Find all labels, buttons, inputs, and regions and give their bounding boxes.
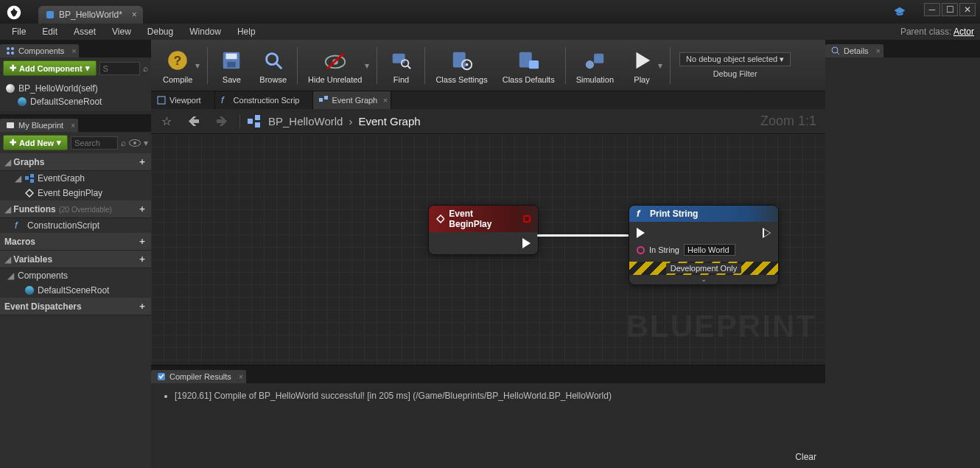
exec-output-pin[interactable] (522, 238, 531, 248)
debug-filter-label: Debug Filter (713, 69, 757, 78)
functions-section-header[interactable]: ◢ Functions(20 Overridable) ＋ (0, 200, 151, 218)
save-button[interactable]: Save (211, 44, 252, 87)
parent-class-link[interactable]: Actor (953, 27, 974, 37)
blueprint-icon (46, 10, 55, 19)
add-variable-button[interactable]: ＋ (138, 253, 147, 265)
details-panel-tab[interactable]: Details × (825, 44, 883, 57)
myblueprint-search-input[interactable] (71, 136, 118, 150)
view-options-icon[interactable] (129, 139, 141, 147)
zoom-level: Zoom 1:1 (760, 113, 816, 129)
node-print-string[interactable]: f Print String In String (629, 205, 779, 285)
menu-file[interactable]: File (4, 25, 33, 38)
svg-point-28 (586, 60, 594, 69)
play-button[interactable]: Play (621, 44, 662, 87)
graphs-section-header[interactable]: ◢ Graphs ＋ (0, 153, 151, 171)
delegate-pin[interactable] (523, 215, 531, 223)
favorite-star-icon[interactable]: ☆ (157, 113, 176, 130)
menu-help[interactable]: Help (230, 25, 263, 38)
event-begin-play-item[interactable]: Event BeginPlay (0, 186, 151, 200)
menu-edit[interactable]: Edit (35, 25, 65, 38)
components-var-section[interactable]: ◢ Components (0, 268, 151, 283)
event-icon (436, 214, 444, 223)
close-tab-icon[interactable]: × (132, 10, 137, 20)
search-icon[interactable]: ⌕ (121, 138, 126, 148)
simulation-button[interactable]: Simulation (569, 44, 621, 87)
tab-construction-script[interactable]: f Construction Scrip (215, 91, 314, 109)
tab-viewport[interactable]: Viewport (151, 91, 215, 109)
add-graph-button[interactable]: ＋ (138, 156, 147, 168)
close-icon[interactable]: × (239, 373, 243, 381)
event-dispatchers-section-header[interactable]: Event Dispatchers ＋ (0, 298, 151, 315)
graph-icon (25, 174, 34, 183)
blueprint-watermark: BLUEPRINT (626, 309, 816, 344)
document-title: BP_HelloWorld* (59, 10, 122, 20)
component-child-item[interactable]: DefaultSceneRoot (6, 95, 145, 108)
components-panel-tab[interactable]: Components × (0, 44, 79, 57)
svg-rect-0 (46, 11, 54, 18)
class-settings-button[interactable]: Class Settings (428, 44, 494, 87)
breadcrumb: BP_HelloWorld › Event Graph (268, 115, 421, 128)
svg-rect-5 (7, 122, 14, 128)
scene-component-icon (25, 286, 34, 295)
class-defaults-button[interactable]: Class Defaults (495, 44, 562, 87)
construction-script-item[interactable]: f ConstructionScript (0, 218, 151, 233)
compile-button[interactable]: ? Compile (155, 44, 200, 87)
compiler-icon (157, 372, 166, 381)
debug-object-select[interactable]: No debug object selected ▾ (679, 52, 791, 66)
menu-window[interactable]: Window (182, 25, 228, 38)
svg-point-1 (7, 47, 10, 50)
find-button[interactable]: Find (380, 44, 421, 87)
compiler-message: [1920.61] Compile of BP_HelloWorld succe… (175, 391, 815, 401)
eventgraph-item[interactable]: ◢ EventGraph (0, 171, 151, 186)
maximize-button[interactable]: ☐ (942, 3, 958, 16)
variables-section-header[interactable]: ◢ Variables ＋ (0, 251, 151, 268)
svg-rect-8 (30, 179, 34, 183)
nav-forward-button[interactable]: 🡺 (211, 113, 232, 130)
svg-point-3 (7, 52, 10, 55)
add-macro-button[interactable]: ＋ (138, 235, 147, 248)
svg-rect-34 (248, 119, 253, 124)
function-icon: f (637, 209, 645, 218)
nav-back-button[interactable]: 🡸 (183, 113, 204, 130)
node-event-begin-play[interactable]: Event BeginPlay (428, 205, 539, 255)
svg-rect-35 (255, 115, 260, 120)
add-function-button[interactable]: ＋ (138, 203, 147, 215)
exec-input-pin[interactable] (637, 228, 735, 238)
close-icon[interactable]: × (383, 96, 388, 105)
document-tab[interactable]: BP_HelloWorld* × (38, 6, 143, 24)
add-dispatcher-button[interactable]: ＋ (138, 300, 147, 312)
macros-section-header[interactable]: Macros ＋ (0, 233, 151, 251)
search-icon[interactable]: ⌕ (143, 63, 148, 74)
breadcrumb-root[interactable]: BP_HelloWorld (268, 115, 343, 128)
components-search-input[interactable] (99, 62, 140, 75)
default-scene-root-var-item[interactable]: DefaultSceneRoot (0, 283, 151, 298)
menu-debug[interactable]: Debug (140, 25, 181, 38)
close-window-button[interactable]: ✕ (959, 3, 976, 16)
exec-wire (537, 234, 640, 237)
svg-line-22 (408, 66, 411, 69)
hide-unrelated-button[interactable]: Hide Unrelated (301, 44, 369, 87)
expand-node-button[interactable]: ⌄ (629, 275, 778, 284)
chevron-down-icon[interactable]: ▾ (144, 138, 148, 148)
details-panel-body (825, 57, 980, 66)
instring-data-pin[interactable] (637, 246, 645, 254)
in-string-input[interactable] (684, 244, 735, 256)
minimize-button[interactable]: ─ (924, 3, 940, 16)
compiler-results-panel-tab[interactable]: Compiler Results × (151, 370, 246, 383)
exec-output-pin[interactable] (763, 228, 771, 238)
close-icon[interactable]: × (876, 47, 881, 55)
graph-canvas[interactable]: Event BeginPlay f Print String (151, 134, 825, 365)
book-icon (6, 121, 15, 130)
add-new-button[interactable]: ✚ Add New ▾ (3, 135, 68, 150)
close-icon[interactable]: × (71, 122, 75, 130)
tab-event-graph[interactable]: Event Graph × (313, 91, 391, 109)
tutorial-icon[interactable] (893, 6, 906, 16)
add-component-button[interactable]: ✚ Add Component ▾ (3, 60, 97, 76)
menu-view[interactable]: View (105, 25, 139, 38)
close-icon[interactable]: × (72, 47, 77, 55)
component-root-item[interactable]: BP_HelloWorld(self) (6, 82, 145, 95)
browse-button[interactable]: Browse (252, 44, 294, 87)
my-blueprint-panel-tab[interactable]: My Blueprint × (0, 119, 78, 132)
menu-asset[interactable]: Asset (66, 25, 103, 38)
clear-button[interactable]: Clear (795, 452, 816, 462)
